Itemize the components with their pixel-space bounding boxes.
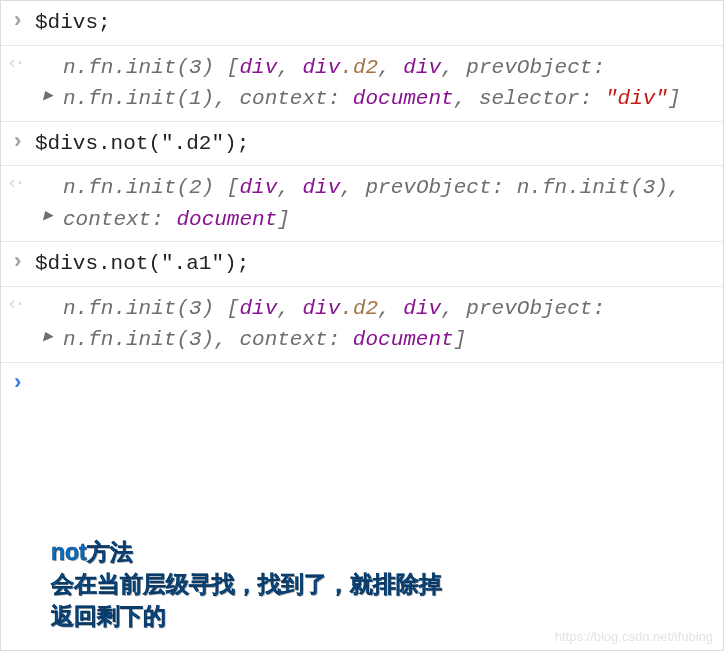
expand-arrow-icon[interactable]: ▶ (43, 84, 53, 108)
token-purple: div (302, 297, 340, 320)
annotation-line: 会在当前层级寻找，找到了，就排除掉 (51, 568, 442, 600)
console-row-input: $divs.not(".d2"); (1, 122, 723, 167)
token-dim: , context: (214, 328, 353, 351)
token-dim: pre (466, 297, 504, 320)
token-purple: div (239, 297, 277, 320)
token-dim: , (277, 56, 302, 79)
token-dim: n.fn.init(3) [ (63, 56, 239, 79)
console-row-output: ▶n.fn.init(3) [div, div.d2, div, prevObj… (1, 287, 723, 363)
token-purple: div (403, 297, 441, 320)
token-brown: d2 (353, 56, 378, 79)
console-input-code: $divs.not(".a1"); (35, 252, 249, 275)
token-dim: n.fn.init(3) (517, 176, 668, 199)
console-output-block[interactable]: ▶n.fn.init(3) [div, div.d2, div, prevObj… (35, 293, 715, 356)
token-dim: n.fn.init(1) (63, 87, 214, 110)
console-panel: $divs;▶n.fn.init(3) [div, div.d2, div, p… (1, 1, 723, 503)
console-row-output: ▶n.fn.init(3) [div, div.d2, div, prevObj… (1, 46, 723, 122)
token-purple: div (403, 56, 441, 79)
token-dim: , (378, 56, 403, 79)
console-output-block[interactable]: ▶n.fn.init(3) [div, div.d2, div, prevObj… (35, 52, 715, 115)
console-input-code: $divs; (35, 11, 111, 34)
watermark-text: https://blog.csdn.net/ifubing (555, 629, 713, 644)
token-purple: document (353, 87, 454, 110)
token-dim: , context: (214, 87, 353, 110)
token-purple: div (302, 176, 340, 199)
token-dim: n.fn.init(2) [ (63, 176, 239, 199)
console-row-output: ▶n.fn.init(2) [div, div, prevObject: n.f… (1, 166, 723, 242)
token-dim: n.fn.init(3) (63, 328, 214, 351)
token-purple: div (239, 176, 277, 199)
token-dim: , selector: (454, 87, 605, 110)
token-dim: ] (277, 208, 290, 231)
token-purple: document (176, 208, 277, 231)
token-dim: ] (668, 87, 681, 110)
console-output-block[interactable]: ▶n.fn.init(2) [div, div, prevObject: n.f… (35, 172, 715, 235)
console-row-prompt[interactable] (1, 363, 723, 503)
token-purple: document (353, 328, 454, 351)
token-dim: , prevObject: (340, 176, 516, 199)
token-brown: . (340, 56, 353, 79)
token-dim: vObject: (504, 56, 605, 79)
annotation-overlay: not方法 会在当前层级寻找，找到了，就排除掉 返回剩下的 (51, 536, 442, 633)
token-dim: ] (454, 328, 467, 351)
token-dim: , (378, 297, 403, 320)
annotation-line: not方法 (51, 536, 442, 568)
token-dim: vObject: (504, 297, 605, 320)
token-brown: d2 (353, 297, 378, 320)
token-dim: , (441, 297, 466, 320)
token-red: "div" (605, 87, 668, 110)
console-input-code: $divs.not(".d2"); (35, 132, 249, 155)
token-dim: , (277, 297, 302, 320)
token-dim: n.fn.init(3) [ (63, 297, 239, 320)
expand-arrow-icon[interactable]: ▶ (43, 204, 53, 228)
token-purple: div (302, 56, 340, 79)
token-dim: pre (466, 56, 504, 79)
token-dim: , (277, 176, 302, 199)
expand-arrow-icon[interactable]: ▶ (43, 325, 53, 349)
console-row-input: $divs.not(".a1"); (1, 242, 723, 287)
token-dim: , (441, 56, 466, 79)
annotation-line: 返回剩下的 (51, 600, 442, 632)
token-brown: . (340, 297, 353, 320)
console-row-input: $divs; (1, 1, 723, 46)
token-purple: div (239, 56, 277, 79)
